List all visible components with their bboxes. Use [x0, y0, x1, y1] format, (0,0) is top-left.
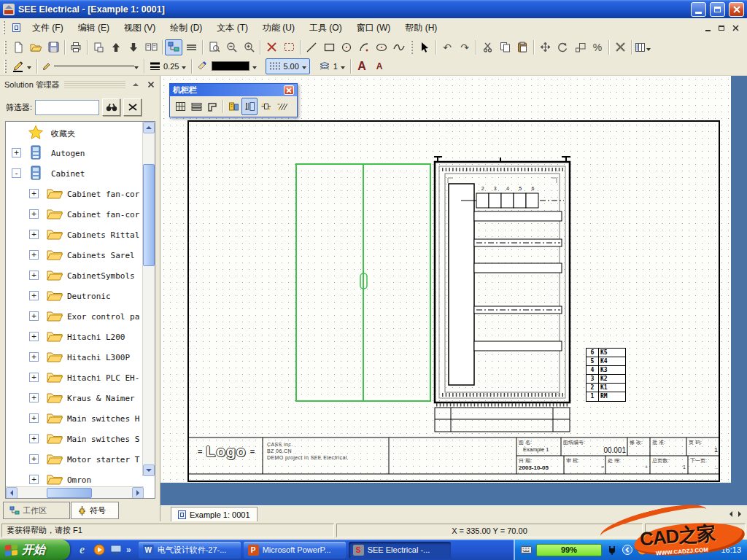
draw-rectangle-button[interactable] — [320, 39, 338, 55]
column-table-button[interactable] — [634, 39, 651, 55]
move-button[interactable] — [536, 39, 554, 55]
scale-percent-button[interactable]: % — [589, 39, 606, 55]
scrollbar-thumb[interactable] — [143, 164, 155, 266]
cut-button[interactable] — [479, 39, 496, 55]
expand-icon[interactable]: + — [12, 148, 21, 158]
expand-icon[interactable]: + — [29, 352, 39, 362]
line-style-combo[interactable] — [39, 59, 142, 74]
restore-button[interactable] — [710, 2, 725, 17]
expand-icon[interactable]: + — [29, 189, 39, 198]
save-button[interactable] — [44, 39, 62, 55]
scroll-up-button[interactable] — [143, 122, 155, 133]
scroll-left-button[interactable] — [6, 487, 18, 499]
child-restore-button[interactable] — [716, 23, 727, 33]
tray-app-icon[interactable] — [637, 545, 648, 555]
text-large-button[interactable]: A — [353, 58, 371, 74]
menu-view[interactable]: 视图 (V) — [117, 18, 163, 38]
wiring-button[interactable] — [274, 98, 290, 115]
expand-icon[interactable]: + — [29, 413, 39, 423]
expand-icon[interactable]: + — [29, 271, 39, 280]
cabinet-toolbar-close-button[interactable] — [284, 85, 294, 95]
cabinet-grid-button[interactable] — [172, 98, 188, 115]
filter-input[interactable] — [35, 100, 99, 115]
draw-line-button[interactable] — [303, 39, 320, 55]
child-minimize-button[interactable] — [702, 23, 713, 33]
paste-button[interactable] — [514, 39, 531, 55]
power-plug-icon[interactable] — [606, 545, 617, 555]
open-button[interactable] — [27, 39, 44, 55]
tree-vertical-scrollbar[interactable] — [142, 122, 155, 476]
menu-window[interactable]: 窗口 (W) — [349, 18, 398, 38]
child-close-button[interactable] — [729, 23, 741, 33]
panel-drag-area[interactable] — [64, 81, 125, 88]
duct-corner-button[interactable] — [204, 98, 220, 115]
internet-explorer-icon[interactable]: e — [76, 544, 88, 556]
toolbar-grip[interactable] — [3, 21, 5, 34]
pen-style-button[interactable] — [9, 58, 34, 74]
message-tray-icon[interactable] — [652, 545, 663, 555]
selection-frame-button[interactable] — [280, 39, 298, 55]
zoom-out-button[interactable] — [222, 39, 240, 55]
tree-horizontal-scrollbar[interactable] — [6, 486, 144, 498]
draw-arc-button[interactable] — [355, 39, 373, 55]
tab-workspace[interactable]: 工作区 — [3, 502, 70, 519]
new-document-button[interactable] — [9, 39, 27, 55]
select-pointer-button[interactable] — [416, 39, 433, 55]
page-down-button[interactable] — [125, 39, 142, 55]
tab-scroll-right-button[interactable] — [738, 509, 741, 519]
menu-help[interactable]: 帮助 (H) — [398, 18, 444, 38]
expand-icon[interactable]: + — [29, 434, 39, 443]
cabinet-toolbar-titlebar[interactable]: 机柜栏 — [170, 84, 297, 96]
menu-tools[interactable]: 工具 (O) — [302, 18, 349, 38]
scroll-right-button[interactable] — [132, 487, 144, 499]
menu-text[interactable]: 文本 (T) — [209, 18, 255, 38]
expand-icon[interactable]: + — [29, 332, 39, 341]
toolbar-grip[interactable] — [411, 41, 413, 54]
task-button-powerpoint[interactable]: P Microsoft PowerP... — [244, 542, 346, 559]
page-manager-button[interactable] — [142, 39, 160, 55]
show-desktop-icon[interactable] — [109, 544, 122, 556]
document-tab[interactable]: Example 1: 0001 — [171, 507, 258, 522]
hide-icons-button[interactable] — [622, 545, 632, 555]
workspace-panel-toggle[interactable] — [165, 39, 182, 55]
menu-file[interactable]: 文件 (F) — [25, 18, 71, 38]
redo-button[interactable]: ↷ — [456, 39, 473, 55]
resize-button[interactable] — [571, 39, 589, 55]
text-small-button[interactable]: A — [371, 58, 388, 74]
line-list-button[interactable] — [182, 39, 200, 55]
page-up-button[interactable] — [107, 39, 125, 55]
expand-icon[interactable]: + — [29, 291, 39, 300]
expand-icon[interactable]: + — [29, 475, 39, 484]
expand-icon[interactable]: + — [29, 311, 39, 321]
draw-curve-button[interactable] — [390, 39, 408, 55]
menu-function[interactable]: 功能 (U) — [255, 18, 302, 38]
rotate-button[interactable] — [554, 39, 571, 55]
media-player-icon[interactable] — [93, 544, 105, 556]
expand-icon[interactable]: + — [29, 250, 39, 260]
copy-button[interactable] — [496, 39, 514, 55]
collapse-icon[interactable]: - — [12, 168, 21, 178]
start-button[interactable]: 开始 — [0, 540, 70, 560]
quick-launch-more-icon[interactable]: » — [126, 545, 131, 555]
find-button[interactable] — [102, 98, 120, 116]
expand-icon[interactable]: + — [29, 393, 39, 402]
draw-ellipse-button[interactable] — [373, 39, 390, 55]
tab-scroll-left-button[interactable] — [729, 509, 732, 519]
expand-icon[interactable]: + — [29, 209, 39, 219]
grid-size-combo[interactable]: 5.00 — [266, 58, 309, 74]
toolbar-grip[interactable] — [4, 60, 7, 73]
clear-filter-button[interactable] — [123, 98, 142, 116]
mdi-child-icon[interactable] — [12, 23, 20, 32]
shelves-button[interactable] — [188, 98, 204, 115]
layer-combo[interactable]: 1 — [316, 58, 348, 74]
toolbar-grip[interactable] — [4, 41, 7, 54]
zoom-in-button[interactable] — [240, 39, 258, 55]
tab-symbols[interactable]: 符号 — [71, 502, 119, 519]
battery-indicator[interactable]: 99% — [536, 544, 602, 556]
mounting-rail-button[interactable] — [241, 98, 258, 115]
copy-page-button[interactable] — [90, 39, 107, 55]
expand-icon[interactable]: + — [29, 373, 39, 382]
delete-button[interactable] — [263, 39, 280, 55]
task-button-see-electrical[interactable]: S SEE Electrical -... — [349, 542, 451, 559]
terminal-pin-button[interactable] — [258, 98, 274, 115]
